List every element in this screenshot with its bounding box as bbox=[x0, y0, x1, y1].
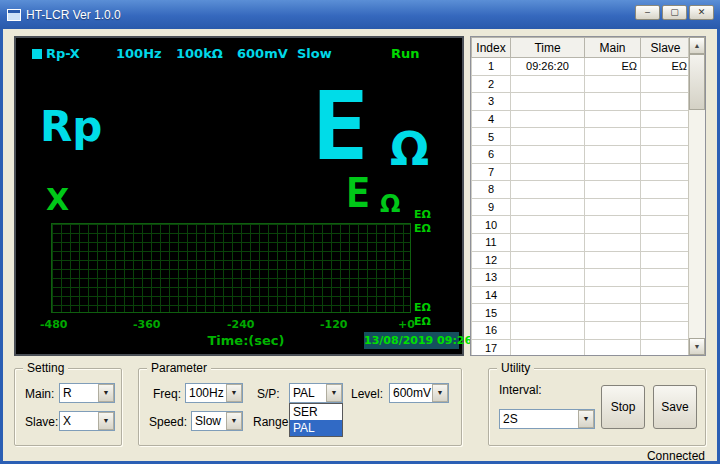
dropdown-option-ser[interactable]: SER bbox=[290, 404, 342, 420]
cell-slave bbox=[641, 93, 691, 111]
cell-main bbox=[585, 251, 641, 269]
utility-group-title: Utility bbox=[497, 361, 534, 375]
cell-index: 7 bbox=[472, 163, 511, 181]
cell-index: 14 bbox=[472, 286, 511, 304]
main-reading-unit: Ω bbox=[390, 122, 429, 176]
freq-combobox[interactable]: 100Hz ▼ bbox=[185, 383, 243, 403]
cell-main bbox=[585, 216, 641, 234]
dropdown-option-pal[interactable]: PAL bbox=[290, 420, 342, 436]
table-row[interactable]: 9 bbox=[472, 198, 691, 216]
cell-slave bbox=[641, 339, 691, 356]
minimize-button[interactable]: – bbox=[635, 5, 660, 20]
col-header-index[interactable]: Index bbox=[472, 38, 511, 58]
slave-label: Slave: bbox=[25, 415, 58, 429]
sp-label: S/P: bbox=[257, 387, 280, 401]
table-row[interactable]: 2 bbox=[472, 75, 691, 93]
scrollbar-thumb[interactable] bbox=[689, 54, 705, 110]
y-max-label-2: EΩ bbox=[414, 222, 431, 235]
cell-main bbox=[585, 269, 641, 287]
cell-slave bbox=[641, 233, 691, 251]
cell-time bbox=[511, 198, 585, 216]
cell-time bbox=[511, 304, 585, 322]
x-tick: +0 bbox=[398, 318, 415, 331]
cell-time bbox=[511, 75, 585, 93]
cell-index: 10 bbox=[472, 216, 511, 234]
table-row[interactable]: 12 bbox=[472, 251, 691, 269]
table-row[interactable]: 3 bbox=[472, 93, 691, 111]
cell-main bbox=[585, 75, 641, 93]
speed-combobox[interactable]: Slow ▼ bbox=[191, 411, 243, 431]
cell-time bbox=[511, 163, 585, 181]
table-scrollbar[interactable]: ▲ ▼ bbox=[688, 37, 705, 355]
chevron-down-icon[interactable]: ▼ bbox=[226, 384, 242, 402]
client-area: Rp-X 100Hz 100kΩ 600mV Slow Run Rp E Ω X… bbox=[3, 29, 717, 461]
window-title: HT-LCR Ver 1.0.0 bbox=[26, 8, 121, 22]
chevron-down-icon[interactable]: ▼ bbox=[432, 384, 448, 402]
scroll-down-icon[interactable]: ▼ bbox=[689, 338, 705, 355]
col-header-main[interactable]: Main bbox=[585, 38, 641, 58]
cell-slave bbox=[641, 128, 691, 146]
cell-main bbox=[585, 181, 641, 199]
table-row[interactable]: 6 bbox=[472, 145, 691, 163]
cell-main bbox=[585, 304, 641, 322]
cell-index: 8 bbox=[472, 181, 511, 199]
cell-time bbox=[511, 93, 585, 111]
y-min-label-1: EΩ bbox=[414, 301, 431, 314]
cell-index: 17 bbox=[472, 339, 511, 356]
lcd-display: Rp-X 100Hz 100kΩ 600mV Slow Run Rp E Ω X… bbox=[14, 36, 464, 356]
close-button[interactable]: ✕ bbox=[689, 5, 714, 20]
interval-label: Interval: bbox=[499, 383, 542, 397]
table-row[interactable]: 14 bbox=[472, 286, 691, 304]
setting-group: Setting Main: R ▼ Slave: X ▼ bbox=[14, 368, 122, 446]
speed-label: Speed: bbox=[149, 415, 187, 429]
save-button[interactable]: Save bbox=[653, 385, 697, 429]
cell-time: 09:26:20 bbox=[511, 58, 585, 76]
table-row[interactable]: 109:26:20EΩEΩ bbox=[472, 58, 691, 76]
cell-index: 16 bbox=[472, 321, 511, 339]
cell-slave bbox=[641, 251, 691, 269]
chevron-down-icon[interactable]: ▼ bbox=[98, 412, 114, 430]
table-row[interactable]: 10 bbox=[472, 216, 691, 234]
interval-combobox[interactable]: 2S ▼ bbox=[499, 409, 595, 429]
chevron-down-icon[interactable]: ▼ bbox=[578, 410, 594, 428]
cell-index: 5 bbox=[472, 128, 511, 146]
sp-combobox[interactable]: PAL ▼ bbox=[289, 383, 343, 403]
table-row[interactable]: 7 bbox=[472, 163, 691, 181]
table-row[interactable]: 8 bbox=[472, 181, 691, 199]
datetime-display: 13/08/2019 09:26 bbox=[364, 332, 459, 349]
cell-main bbox=[585, 128, 641, 146]
lcd-range: 100kΩ bbox=[176, 46, 223, 61]
cell-slave bbox=[641, 145, 691, 163]
stop-button[interactable]: Stop bbox=[601, 385, 645, 429]
table-row[interactable]: 4 bbox=[472, 110, 691, 128]
cell-time bbox=[511, 269, 585, 287]
cell-main: EΩ bbox=[585, 58, 641, 76]
cell-time bbox=[511, 233, 585, 251]
table-row[interactable]: 13 bbox=[472, 269, 691, 287]
table-row[interactable]: 15 bbox=[472, 304, 691, 322]
chevron-down-icon[interactable]: ▼ bbox=[326, 384, 342, 402]
y-min-label-2: EΩ bbox=[414, 315, 431, 328]
table-row[interactable]: 11 bbox=[472, 233, 691, 251]
table-row[interactable]: 16 bbox=[472, 321, 691, 339]
cell-index: 11 bbox=[472, 233, 511, 251]
table-row[interactable]: 5 bbox=[472, 128, 691, 146]
slave-combobox-value: X bbox=[63, 414, 71, 428]
cell-slave bbox=[641, 75, 691, 93]
level-combobox[interactable]: 600mV ▼ bbox=[389, 383, 449, 403]
chevron-down-icon[interactable]: ▼ bbox=[226, 412, 242, 430]
cell-slave bbox=[641, 269, 691, 287]
table-row[interactable]: 17 bbox=[472, 339, 691, 356]
col-header-time[interactable]: Time bbox=[511, 38, 585, 58]
main-combobox[interactable]: R ▼ bbox=[59, 383, 115, 403]
cell-index: 15 bbox=[472, 304, 511, 322]
scroll-up-icon[interactable]: ▲ bbox=[689, 37, 705, 54]
x-tick: -240 bbox=[227, 318, 255, 331]
col-header-slave[interactable]: Slave bbox=[641, 38, 691, 58]
cell-slave: EΩ bbox=[641, 58, 691, 76]
measurement-log-table: Index Time Main Slave 109:26:20EΩEΩ23456… bbox=[470, 36, 706, 356]
slave-combobox[interactable]: X ▼ bbox=[59, 411, 115, 431]
maximize-button[interactable]: ▢ bbox=[662, 5, 687, 20]
title-bar[interactable]: HT-LCR Ver 1.0.0 – ▢ ✕ bbox=[0, 0, 720, 29]
chevron-down-icon[interactable]: ▼ bbox=[98, 384, 114, 402]
